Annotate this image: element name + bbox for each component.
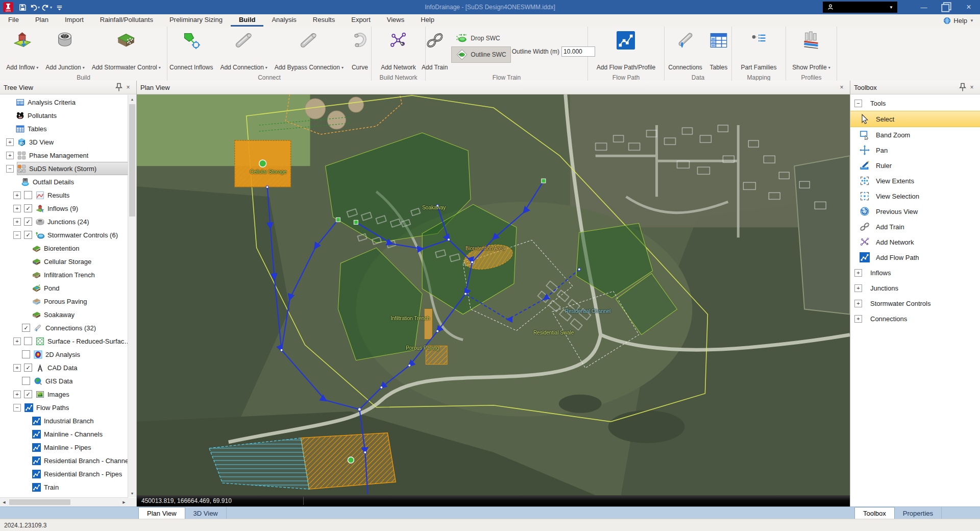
layer-checkbox[interactable]: ✓ xyxy=(24,364,32,372)
account-dropdown[interactable]: ▼ xyxy=(823,2,897,13)
collapse-icon[interactable]: − xyxy=(13,231,21,239)
undo-button[interactable]: ▾ xyxy=(30,2,40,13)
expand-icon[interactable]: + xyxy=(854,284,862,292)
expand-icon[interactable]: + xyxy=(6,152,14,159)
layer-checkbox[interactable]: ✓ xyxy=(24,390,32,398)
layer-checkbox[interactable]: ✓ xyxy=(24,204,32,212)
add-stormwater-control-button[interactable]: Add Stormwater Control▾ xyxy=(88,28,164,73)
collapse-icon[interactable]: − xyxy=(13,404,21,412)
add-inflow-button[interactable]: Add Inflow▾ xyxy=(3,28,42,73)
tree-item-3d-view[interactable]: +3D3D View xyxy=(0,135,136,149)
tree-item-suds-network-storm-[interactable]: −SuDS Network (Storm)▾ xyxy=(0,162,136,175)
tree-item-analysis-criteria[interactable]: Analysis Criteria xyxy=(0,95,136,109)
pin-icon[interactable] xyxy=(114,83,124,92)
collapse-icon[interactable]: − xyxy=(6,165,14,173)
tab-3d-view[interactable]: 3D View xyxy=(185,507,227,519)
menu-item-export[interactable]: Export xyxy=(343,14,379,27)
expand-icon[interactable]: + xyxy=(6,138,14,146)
layer-checkbox[interactable] xyxy=(24,191,32,199)
layer-checkbox[interactable] xyxy=(22,350,30,358)
tree-item-inflows-9-[interactable]: +✓Inflows (9) xyxy=(0,202,136,215)
toolbox-group-tools[interactable]: −Tools xyxy=(850,95,980,111)
tree-item-bioretention[interactable]: Bioretention xyxy=(0,242,136,255)
menu-item-help[interactable]: Help xyxy=(412,14,443,27)
connect-inflows-button[interactable]: Connect Inflows xyxy=(166,28,216,73)
tree-item-residential-branch-channels[interactable]: Residential Branch - Channels xyxy=(0,454,136,467)
show-profile-button[interactable]: Show Profile▾ xyxy=(789,28,834,73)
tree-item-porous-paving[interactable]: Porous Paving xyxy=(0,295,136,308)
tree-item-cellular-storage[interactable]: Cellular Storage xyxy=(0,255,136,268)
toolbox-tool-add-flow-path[interactable]: Add Flow Path xyxy=(850,250,980,265)
toolbox-tool-add-network[interactable]: Add Network xyxy=(850,234,980,250)
expand-icon[interactable]: + xyxy=(13,191,21,199)
tree-item-mainline-pipes[interactable]: Mainline - Pipes xyxy=(0,441,136,454)
expand-icon[interactable]: + xyxy=(13,218,21,226)
tree-item-phase-management[interactable]: +Phase Management xyxy=(0,149,136,162)
toolbox-tool-pan[interactable]: Pan xyxy=(850,142,980,158)
close-button[interactable]: × xyxy=(958,0,980,14)
tab-properties[interactable]: Properties xyxy=(895,507,942,519)
scroll-down-icon[interactable]: ▼ xyxy=(128,489,136,497)
tree-item-stormwater-controls-6-[interactable]: −✓Stormwater Controls (6) xyxy=(0,228,136,242)
toolbox-group-stormwater-controls[interactable]: +Stormwater Controls xyxy=(850,296,980,311)
tree-item-mainline-channels[interactable]: Mainline - Channels xyxy=(0,427,136,441)
toolbox-tool-previous-view[interactable]: Previous View xyxy=(850,204,980,219)
tree-vertical-scrollbar[interactable]: ▲ ▼ xyxy=(128,95,136,497)
tab-plan-view[interactable]: Plan View xyxy=(138,507,185,519)
expand-icon[interactable]: + xyxy=(13,391,21,398)
tree-item-gis-data[interactable]: GIS Data xyxy=(0,374,136,388)
menu-item-rainfall-pollutants[interactable]: Rainfall/Pollutants xyxy=(92,14,161,27)
curve-button[interactable]: Curve xyxy=(347,28,373,73)
add-bypass-connection-button[interactable]: Add Bypass Connection▾ xyxy=(271,28,347,73)
scroll-up-icon[interactable]: ▲ xyxy=(128,95,136,103)
part-families-button[interactable]: Part Families xyxy=(737,28,780,73)
scroll-right-icon[interactable]: ▶ xyxy=(120,498,128,506)
scrollbar-thumb[interactable] xyxy=(9,499,70,505)
menu-item-preliminary-sizing[interactable]: Preliminary Sizing xyxy=(161,14,231,27)
tree-item-junctions-24-[interactable]: +✓Junctions (24) xyxy=(0,215,136,228)
tree-item-residential-branch-pipes[interactable]: Residential Branch - Pipes xyxy=(0,467,136,480)
tree-item-tables[interactable]: Tables xyxy=(0,122,136,135)
toolbox-group-junctions[interactable]: +Junctions xyxy=(850,280,980,296)
menu-item-build[interactable]: Build xyxy=(231,14,264,27)
pin-icon[interactable] xyxy=(958,83,967,92)
menu-item-analysis[interactable]: Analysis xyxy=(263,14,304,27)
add-connection-button[interactable]: Add Connection▾ xyxy=(216,28,271,73)
menu-item-import[interactable]: Import xyxy=(57,14,92,27)
toolbox-group-inflows[interactable]: +Inflows xyxy=(850,265,980,280)
add-junction-button[interactable]: Add Junction▾ xyxy=(42,28,88,73)
tree-item-outfall-details[interactable]: Outfall Details xyxy=(0,175,136,188)
customize-quick-access-button[interactable] xyxy=(54,2,64,13)
scrollbar-thumb[interactable] xyxy=(129,104,135,216)
menu-item-file[interactable]: File xyxy=(0,14,27,27)
expand-icon[interactable]: + xyxy=(13,205,21,212)
minimize-button[interactable]: ― xyxy=(913,0,935,14)
add-flow-path-profile-button[interactable]: Add Flow Path/Profile xyxy=(593,28,659,73)
expand-icon[interactable]: + xyxy=(854,300,862,307)
toolbox-group-connections[interactable]: +Connections xyxy=(850,311,980,326)
tree-item-industrial-branch[interactable]: Industrial Branch xyxy=(0,414,136,427)
tree-item-2d-analysis[interactable]: 2D Analysis xyxy=(0,348,136,361)
expand-icon[interactable]: + xyxy=(13,364,21,372)
menu-item-plan[interactable]: Plan xyxy=(27,14,57,27)
layer-checkbox[interactable] xyxy=(22,377,30,385)
tree-item-pollutants[interactable]: Pollutants xyxy=(0,109,136,122)
expand-icon[interactable]: + xyxy=(13,337,21,345)
layer-checkbox[interactable]: ✓ xyxy=(24,218,32,226)
tree-item-train[interactable]: Train xyxy=(0,480,136,494)
toolbox-tool-add-train[interactable]: Add Train xyxy=(850,219,980,234)
tree-item-infiltration-trench[interactable]: Infiltration Trench xyxy=(0,268,136,281)
toolbox-tool-band-zoom[interactable]: Band Zoom xyxy=(850,127,980,142)
tree-item-cad-data[interactable]: +✓CAD Data xyxy=(0,361,136,374)
tab-toolbox[interactable]: Toolbox xyxy=(854,507,895,519)
toolbox-tool-view-selection[interactable]: View Selection xyxy=(850,188,980,204)
scroll-left-icon[interactable]: ◀ xyxy=(0,498,8,506)
expand-icon[interactable]: + xyxy=(854,269,862,277)
menu-item-views[interactable]: Views xyxy=(379,14,412,27)
toolbox-tool-view-extents[interactable]: View Extents xyxy=(850,173,980,188)
tree-horizontal-scrollbar[interactable]: ◀ ▶ xyxy=(0,497,128,506)
close-icon[interactable]: × xyxy=(837,83,846,92)
tables-button[interactable]: Tables xyxy=(706,28,731,73)
add-network-button[interactable]: Add Network xyxy=(377,28,420,73)
restore-button[interactable] xyxy=(935,0,958,14)
